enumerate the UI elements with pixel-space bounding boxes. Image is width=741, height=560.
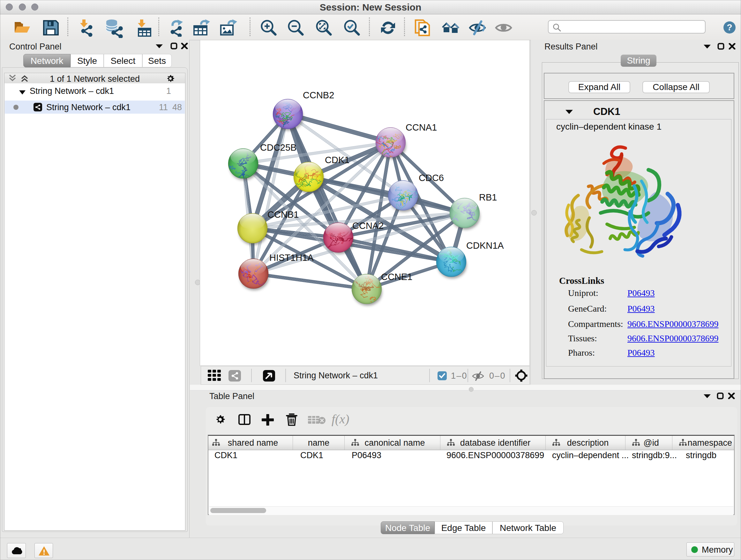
svg-text:CDK1: CDK1 xyxy=(325,155,349,165)
svg-text:CCNA2: CCNA2 xyxy=(352,221,384,231)
svg-text:CDC25B: CDC25B xyxy=(260,142,296,152)
svg-text:CCNB2: CCNB2 xyxy=(303,90,334,100)
svg-text:CCNB1: CCNB1 xyxy=(267,209,299,220)
svg-text:CDC6: CDC6 xyxy=(419,173,444,183)
svg-text:CCNA1: CCNA1 xyxy=(406,122,437,132)
svg-text:CCNE1: CCNE1 xyxy=(381,272,412,282)
svg-text:?: ? xyxy=(727,22,732,32)
svg-text:RB1: RB1 xyxy=(479,192,497,202)
svg-text:CDKN1A: CDKN1A xyxy=(466,240,504,251)
svg-text:HIST1H1A: HIST1H1A xyxy=(269,253,314,263)
